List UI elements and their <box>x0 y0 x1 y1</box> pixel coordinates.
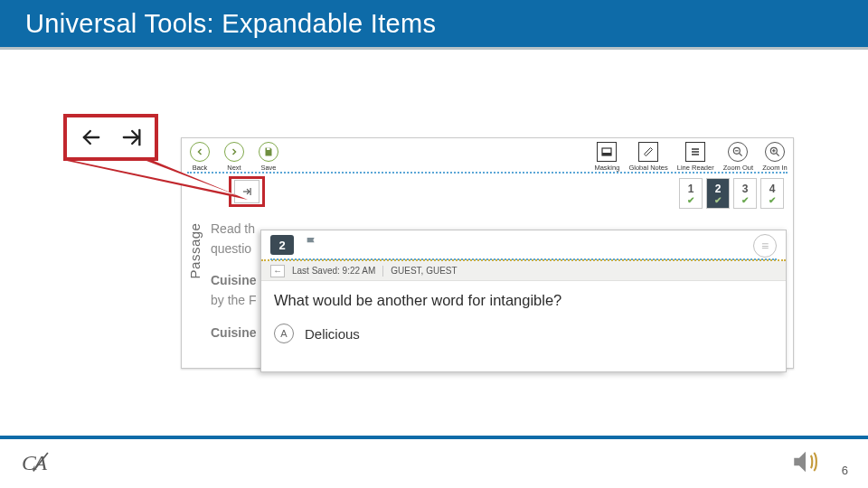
footer-line <box>0 436 868 439</box>
footer: CA <box>0 443 868 488</box>
second-row: 1 ✔ 2 ✔ 3 ✔ 4 ✔ <box>182 176 793 211</box>
question-pager: 1 ✔ 2 ✔ 3 ✔ 4 ✔ <box>679 178 784 209</box>
svg-rect-7 <box>602 153 611 155</box>
toolbar-save-label: Save <box>260 164 276 172</box>
toolbar-line-reader[interactable]: Line Reader <box>677 142 714 172</box>
logo: CA <box>22 449 52 482</box>
toolbar-zoom-out[interactable]: Zoom Out <box>723 142 753 172</box>
svg-line-15 <box>777 154 779 156</box>
passage-label: Passage <box>188 222 203 278</box>
toolbar-globalnotes-label: Global Notes <box>628 164 667 172</box>
pager-num: 1 <box>688 183 694 195</box>
passage-line: Cuisine <box>211 325 257 340</box>
toolbar-next-label: Next <box>227 164 241 172</box>
passage-line: questio <box>211 241 251 256</box>
page-number: 6 <box>842 464 848 477</box>
passage-line: Read th <box>211 221 255 236</box>
save-icon <box>259 142 278 162</box>
toolbar-masking[interactable]: Masking <box>594 142 619 172</box>
toolbar-back[interactable]: Back <box>187 142 212 172</box>
last-saved-label: Last Saved: 9:22 AM <box>292 266 375 276</box>
toolbar-next[interactable]: Next <box>222 142 247 172</box>
toolbar-masking-label: Masking <box>594 164 619 172</box>
question-panel: 2 ≡ ← Last Saved: 9:22 AM GUEST, GUEST W… <box>260 230 787 372</box>
question-body: What would be another word for intangibl… <box>261 281 786 354</box>
toolbar-global-notes[interactable]: Global Notes <box>628 142 667 172</box>
option-letter: A <box>274 324 294 343</box>
question-text: What would be another word for intangibl… <box>274 292 773 309</box>
callout-box <box>63 114 158 161</box>
answer-option-a[interactable]: A Delicious <box>274 324 773 343</box>
svg-line-12 <box>740 154 742 156</box>
question-header: 2 ≡ <box>261 230 786 261</box>
toolbar-zoom-in[interactable]: Zoom In <box>762 142 788 172</box>
passage-tab[interactable]: Passage <box>187 187 203 314</box>
toolbar-zoomout-label: Zoom Out <box>723 164 753 172</box>
arrow-left-icon <box>79 125 104 150</box>
check-icon: ✔ <box>741 196 749 205</box>
masking-icon <box>597 142 617 162</box>
main-toolbar: Back Next Save <box>182 138 793 176</box>
title-underline <box>0 47 868 50</box>
question-number-badge: 2 <box>270 235 294 255</box>
audio-icon <box>790 446 821 481</box>
pager-item-4[interactable]: 4 ✔ <box>760 178 784 209</box>
back-icon <box>190 142 210 162</box>
slide-title: Universal Tools: Expandable Items <box>25 9 436 39</box>
zoom-out-icon <box>728 142 748 162</box>
toolbar-save[interactable]: Save <box>256 142 281 172</box>
pager-item-3[interactable]: 3 ✔ <box>733 178 757 209</box>
global-notes-icon <box>638 142 658 162</box>
toolbar-zoomin-label: Zoom In <box>762 164 788 172</box>
check-icon: ✔ <box>687 196 694 205</box>
check-icon: ✔ <box>769 196 776 205</box>
option-text: Delicious <box>305 326 360 342</box>
line-reader-icon <box>685 142 705 162</box>
menu-lines-icon: ≡ <box>761 239 769 253</box>
svg-rect-5 <box>267 148 270 151</box>
pager-num: 3 <box>742 183 749 195</box>
next-icon <box>224 142 244 162</box>
zoom-in-icon <box>765 142 785 162</box>
divider <box>382 266 383 277</box>
passage-line: Cuisine <box>211 273 257 287</box>
pager-num: 2 <box>715 183 722 195</box>
pager-num: 4 <box>769 183 776 195</box>
expand-passage-button[interactable] <box>234 180 259 203</box>
saved-row: ← Last Saved: 9:22 AM GUEST, GUEST <box>261 261 786 281</box>
user-label: GUEST, GUEST <box>391 266 457 276</box>
pager-item-2[interactable]: 2 ✔ <box>706 178 730 209</box>
expand-arrow-icon <box>241 185 253 198</box>
toolbar-back-label: Back <box>193 164 208 172</box>
passage-line: by the F <box>211 293 257 307</box>
toolbar-linereader-label: Line Reader <box>677 164 714 172</box>
pager-item-1[interactable]: 1 ✔ <box>679 178 703 209</box>
options-menu-button[interactable]: ≡ <box>753 234 777 258</box>
undo-button[interactable]: ← <box>270 265 285 277</box>
flag-icon[interactable] <box>305 236 319 254</box>
check-icon: ✔ <box>714 196 722 205</box>
arrow-right-icon <box>118 125 144 150</box>
